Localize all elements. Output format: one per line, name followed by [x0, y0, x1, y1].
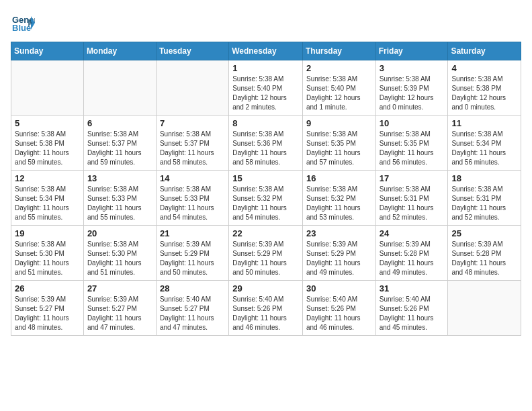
calendar-cell: 2Sunrise: 5:38 AM Sunset: 5:40 PM Daylig… — [302, 60, 375, 116]
day-number: 23 — [306, 228, 372, 238]
calendar-cell: 4Sunrise: 5:38 AM Sunset: 5:38 PM Daylig… — [448, 60, 521, 116]
day-number: 26 — [15, 283, 80, 293]
calendar-week-row: 1Sunrise: 5:38 AM Sunset: 5:40 PM Daylig… — [11, 60, 521, 116]
day-info: Sunrise: 5:38 AM Sunset: 5:33 PM Dayligh… — [160, 185, 225, 222]
day-info: Sunrise: 5:38 AM Sunset: 5:34 PM Dayligh… — [451, 130, 517, 167]
calendar-cell: 28Sunrise: 5:40 AM Sunset: 5:27 PM Dayli… — [156, 281, 228, 336]
day-info: Sunrise: 5:39 AM Sunset: 5:29 PM Dayligh… — [306, 240, 372, 277]
day-info: Sunrise: 5:39 AM Sunset: 5:27 PM Dayligh… — [15, 295, 80, 332]
day-info: Sunrise: 5:38 AM Sunset: 5:31 PM Dayligh… — [380, 185, 445, 222]
day-number: 30 — [306, 283, 372, 293]
day-of-week-header: Tuesday — [156, 42, 228, 60]
day-number: 10 — [380, 118, 445, 128]
day-number: 14 — [160, 173, 225, 183]
calendar-cell: 1Sunrise: 5:38 AM Sunset: 5:40 PM Daylig… — [229, 60, 303, 116]
calendar-cell: 27Sunrise: 5:39 AM Sunset: 5:27 PM Dayli… — [83, 281, 156, 336]
day-number: 2 — [306, 63, 372, 73]
calendar-cell — [448, 281, 521, 336]
day-info: Sunrise: 5:39 AM Sunset: 5:29 PM Dayligh… — [160, 240, 225, 277]
day-info: Sunrise: 5:38 AM Sunset: 5:35 PM Dayligh… — [306, 130, 372, 167]
calendar-cell: 15Sunrise: 5:38 AM Sunset: 5:32 PM Dayli… — [229, 171, 303, 226]
day-info: Sunrise: 5:38 AM Sunset: 5:36 PM Dayligh… — [232, 130, 299, 167]
calendar-cell: 23Sunrise: 5:39 AM Sunset: 5:29 PM Dayli… — [302, 226, 375, 281]
calendar-table: SundayMondayTuesdayWednesdayThursdayFrid… — [11, 42, 521, 336]
calendar-cell — [156, 60, 228, 116]
day-number: 17 — [380, 173, 445, 183]
day-number: 25 — [451, 228, 517, 238]
calendar-cell: 16Sunrise: 5:38 AM Sunset: 5:32 PM Dayli… — [302, 171, 375, 226]
day-info: Sunrise: 5:38 AM Sunset: 5:40 PM Dayligh… — [232, 75, 299, 112]
calendar-week-row: 5Sunrise: 5:38 AM Sunset: 5:38 PM Daylig… — [11, 116, 521, 171]
calendar-cell — [83, 60, 156, 116]
day-info: Sunrise: 5:38 AM Sunset: 5:30 PM Dayligh… — [15, 240, 80, 277]
calendar-cell: 22Sunrise: 5:39 AM Sunset: 5:29 PM Dayli… — [229, 226, 303, 281]
logo: General Blue — [11, 11, 35, 35]
day-number: 27 — [87, 283, 152, 293]
calendar-cell: 18Sunrise: 5:38 AM Sunset: 5:31 PM Dayli… — [448, 171, 521, 226]
day-number: 18 — [451, 173, 517, 183]
calendar-week-row: 12Sunrise: 5:38 AM Sunset: 5:34 PM Dayli… — [11, 171, 521, 226]
calendar-cell: 8Sunrise: 5:38 AM Sunset: 5:36 PM Daylig… — [229, 116, 303, 171]
day-number: 15 — [232, 173, 299, 183]
calendar-cell: 3Sunrise: 5:38 AM Sunset: 5:39 PM Daylig… — [375, 60, 448, 116]
day-info: Sunrise: 5:38 AM Sunset: 5:37 PM Dayligh… — [87, 130, 152, 167]
calendar-cell: 10Sunrise: 5:38 AM Sunset: 5:35 PM Dayli… — [375, 116, 448, 171]
day-number: 6 — [87, 118, 152, 128]
day-info: Sunrise: 5:38 AM Sunset: 5:39 PM Dayligh… — [380, 75, 445, 112]
calendar-cell: 14Sunrise: 5:38 AM Sunset: 5:33 PM Dayli… — [156, 171, 228, 226]
calendar-cell: 30Sunrise: 5:40 AM Sunset: 5:26 PM Dayli… — [302, 281, 375, 336]
calendar-cell: 7Sunrise: 5:38 AM Sunset: 5:37 PM Daylig… — [156, 116, 228, 171]
day-info: Sunrise: 5:38 AM Sunset: 5:34 PM Dayligh… — [15, 185, 80, 222]
day-of-week-header: Thursday — [302, 42, 375, 60]
day-number: 5 — [15, 118, 80, 128]
calendar-cell: 20Sunrise: 5:38 AM Sunset: 5:30 PM Dayli… — [83, 226, 156, 281]
calendar-cell: 21Sunrise: 5:39 AM Sunset: 5:29 PM Dayli… — [156, 226, 228, 281]
day-number: 3 — [380, 63, 445, 73]
day-info: Sunrise: 5:38 AM Sunset: 5:40 PM Dayligh… — [306, 75, 372, 112]
day-info: Sunrise: 5:38 AM Sunset: 5:37 PM Dayligh… — [160, 130, 225, 167]
day-number: 29 — [232, 283, 299, 293]
day-info: Sunrise: 5:39 AM Sunset: 5:28 PM Dayligh… — [380, 240, 445, 277]
day-number: 9 — [306, 118, 372, 128]
day-info: Sunrise: 5:38 AM Sunset: 5:32 PM Dayligh… — [232, 185, 299, 222]
day-number: 4 — [451, 63, 517, 73]
day-number: 22 — [232, 228, 299, 238]
calendar-cell: 25Sunrise: 5:39 AM Sunset: 5:28 PM Dayli… — [448, 226, 521, 281]
calendar-cell: 26Sunrise: 5:39 AM Sunset: 5:27 PM Dayli… — [11, 281, 84, 336]
day-number: 11 — [451, 118, 517, 128]
calendar-cell: 5Sunrise: 5:38 AM Sunset: 5:38 PM Daylig… — [11, 116, 84, 171]
calendar-cell: 12Sunrise: 5:38 AM Sunset: 5:34 PM Dayli… — [11, 171, 84, 226]
day-number: 24 — [380, 228, 445, 238]
calendar-cell: 19Sunrise: 5:38 AM Sunset: 5:30 PM Dayli… — [11, 226, 84, 281]
day-number: 21 — [160, 228, 225, 238]
calendar-cell: 6Sunrise: 5:38 AM Sunset: 5:37 PM Daylig… — [83, 116, 156, 171]
day-info: Sunrise: 5:38 AM Sunset: 5:38 PM Dayligh… — [451, 75, 517, 112]
day-info: Sunrise: 5:38 AM Sunset: 5:33 PM Dayligh… — [87, 185, 152, 222]
calendar-cell: 17Sunrise: 5:38 AM Sunset: 5:31 PM Dayli… — [375, 171, 448, 226]
calendar-cell: 11Sunrise: 5:38 AM Sunset: 5:34 PM Dayli… — [448, 116, 521, 171]
day-number: 20 — [87, 228, 152, 238]
day-number: 13 — [87, 173, 152, 183]
calendar-cell: 29Sunrise: 5:40 AM Sunset: 5:26 PM Dayli… — [229, 281, 303, 336]
day-info: Sunrise: 5:38 AM Sunset: 5:35 PM Dayligh… — [380, 130, 445, 167]
day-info: Sunrise: 5:40 AM Sunset: 5:26 PM Dayligh… — [306, 295, 372, 332]
top-bar: General Blue — [11, 11, 521, 38]
day-info: Sunrise: 5:40 AM Sunset: 5:26 PM Dayligh… — [232, 295, 299, 332]
calendar-cell — [11, 60, 84, 116]
day-of-week-header: Sunday — [11, 42, 84, 60]
day-number: 28 — [160, 283, 225, 293]
day-info: Sunrise: 5:39 AM Sunset: 5:28 PM Dayligh… — [451, 240, 517, 277]
calendar-week-row: 26Sunrise: 5:39 AM Sunset: 5:27 PM Dayli… — [11, 281, 521, 336]
day-info: Sunrise: 5:40 AM Sunset: 5:27 PM Dayligh… — [160, 295, 225, 332]
day-info: Sunrise: 5:38 AM Sunset: 5:32 PM Dayligh… — [306, 185, 372, 222]
day-number: 19 — [15, 228, 80, 238]
day-info: Sunrise: 5:38 AM Sunset: 5:38 PM Dayligh… — [15, 130, 80, 167]
day-number: 12 — [15, 173, 80, 183]
day-info: Sunrise: 5:40 AM Sunset: 5:26 PM Dayligh… — [380, 295, 445, 332]
day-info: Sunrise: 5:38 AM Sunset: 5:30 PM Dayligh… — [87, 240, 152, 277]
calendar-cell: 9Sunrise: 5:38 AM Sunset: 5:35 PM Daylig… — [302, 116, 375, 171]
day-number: 8 — [232, 118, 299, 128]
day-info: Sunrise: 5:38 AM Sunset: 5:31 PM Dayligh… — [451, 185, 517, 222]
svg-text:Blue: Blue — [12, 23, 31, 33]
day-number: 1 — [232, 63, 299, 73]
